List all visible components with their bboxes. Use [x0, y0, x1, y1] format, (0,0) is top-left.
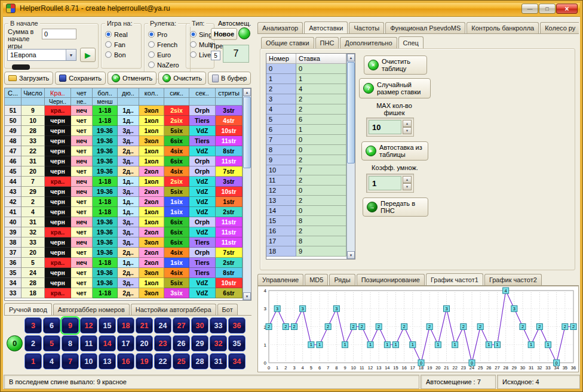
- numpad-4[interactable]: 4: [43, 353, 60, 369]
- tab-positioning[interactable]: Позиционирование: [357, 274, 425, 285]
- copy-buffer-button[interactable]: В буфер: [208, 72, 251, 85]
- tab-freq-chart-2[interactable]: График частот2: [484, 274, 542, 285]
- history-scrollbar[interactable]: ▲ ▼: [243, 88, 251, 300]
- coeff-spinner[interactable]: 1 ▲ ▼: [366, 174, 414, 193]
- bets-row[interactable]: 61: [266, 125, 346, 135]
- bets-row[interactable]: 32: [266, 94, 346, 104]
- bets-row[interactable]: 80: [266, 145, 346, 155]
- history-row[interactable]: 3932кра..чет19-363д..2кол6sixVdZ11str: [5, 227, 243, 237]
- history-row[interactable]: 422чернчет1-181д..2кол1sixVdZ1str: [5, 197, 243, 207]
- spin-down-icon[interactable]: ▼: [403, 183, 412, 190]
- history-row[interactable]: 4631черннеч19-363д..1кол6sixOrph11str: [5, 156, 243, 166]
- autobet-button[interactable]: Автоставка из таблицы: [361, 141, 428, 160]
- numpad-34[interactable]: 34: [228, 353, 246, 369]
- scroll-down-icon[interactable]: ▼: [243, 292, 251, 300]
- history-row[interactable]: 4031черннеч19-363д..1кол6sixOrph11str: [5, 217, 243, 227]
- radio-singl[interactable]: Singl: [190, 29, 213, 39]
- bets-row[interactable]: 189: [266, 246, 346, 257]
- numpad-2[interactable]: 2: [24, 335, 42, 351]
- numpad-30[interactable]: 30: [191, 317, 208, 334]
- scroll-up-icon[interactable]: ▲: [347, 54, 355, 61]
- tab-analyzer[interactable]: Анализатор: [257, 22, 303, 33]
- numpad-12[interactable]: 12: [80, 317, 97, 334]
- combo-dropdown-icon[interactable]: ▼: [66, 50, 76, 60]
- radio-euro[interactable]: Euro: [148, 50, 189, 60]
- history-row[interactable]: 3524чернчет19-362д..3кол4sixTiers8str: [5, 268, 243, 278]
- numpad-11[interactable]: 11: [80, 335, 97, 351]
- bets-row[interactable]: 24: [266, 84, 346, 94]
- bets-scroll-thumb[interactable]: [347, 62, 355, 163]
- numpad-14[interactable]: 14: [99, 335, 116, 351]
- history-row[interactable]: 3833черннеч19-363д..3кол6sixTiers11str: [5, 237, 243, 248]
- numpad-17[interactable]: 17: [117, 335, 134, 351]
- numpad-35[interactable]: 35: [228, 335, 246, 351]
- history-row[interactable]: 5010чернчет1-181д..1кол2sixTiers4str: [5, 116, 243, 126]
- bets-row[interactable]: 42: [266, 104, 346, 115]
- radio-pro[interactable]: Pro: [148, 29, 189, 39]
- bets-row[interactable]: 120: [266, 186, 346, 196]
- numpad-16[interactable]: 16: [117, 353, 134, 369]
- history-row[interactable]: 3428чернчет19-363д..1кол5sixVdZ10str: [5, 278, 243, 288]
- tab-autograbber-settings[interactable]: Настройки автограббера: [131, 304, 216, 315]
- clear-button[interactable]: Очистить: [158, 72, 206, 85]
- numpad-15[interactable]: 15: [99, 317, 116, 334]
- numpad-13[interactable]: 13: [99, 353, 116, 369]
- tab-frequencies[interactable]: Частоты: [349, 22, 384, 33]
- tab-control[interactable]: Управление: [257, 274, 303, 285]
- history-row[interactable]: 365кра..неч1-181д..2кол1sixTiers2str: [5, 258, 243, 268]
- numpad-21[interactable]: 21: [136, 317, 153, 334]
- bets-row[interactable]: 00: [266, 64, 346, 74]
- minimize-button[interactable]: —: [521, 4, 538, 14]
- bets-row[interactable]: 158: [266, 216, 346, 226]
- clear-table-button[interactable]: Очистить таблицу: [364, 55, 427, 75]
- radio-nazero[interactable]: NaZero: [148, 60, 189, 70]
- tab-number-autograbber[interactable]: Автограббер номеров: [53, 304, 130, 315]
- max-chips-spinner[interactable]: 10 ▲ ▼: [366, 118, 414, 137]
- history-row[interactable]: 447кра..неч1-181д..1кол2sixVdZ3str: [5, 177, 243, 187]
- bets-row[interactable]: 70: [266, 135, 346, 145]
- tab-psevdoms[interactable]: Функционал PsevdoMS: [385, 22, 465, 33]
- tab-rows[interactable]: Ряды: [329, 274, 355, 285]
- numpad-8[interactable]: 8: [62, 335, 79, 351]
- save-button[interactable]: Сохранить: [55, 72, 106, 85]
- tab-manual-input[interactable]: Ручной ввод: [4, 303, 52, 316]
- history-row[interactable]: 519кра..неч1-181д..3кол2sixOrph3str: [5, 106, 243, 116]
- radio-multi[interactable]: Multi: [190, 39, 213, 50]
- bets-row[interactable]: 132: [266, 196, 346, 206]
- tab-roulette-wheel[interactable]: Колесо ру: [540, 22, 579, 33]
- numpad-33[interactable]: 33: [210, 317, 227, 334]
- numpad-24[interactable]: 24: [154, 317, 171, 334]
- history-row[interactable]: 414чернчет1-181д..1кол1sixVdZ2str: [5, 207, 243, 217]
- autoshift-led-icon[interactable]: [238, 27, 250, 39]
- tab-additional[interactable]: Дополнительно: [340, 37, 397, 48]
- radio-live[interactable]: Live: [190, 50, 213, 60]
- history-row[interactable]: 4520чернчет19-362д..2кол4sixOrph7str: [5, 166, 243, 177]
- tab-spec[interactable]: Спец: [398, 36, 424, 48]
- numpad-27[interactable]: 27: [173, 317, 190, 334]
- numpad-7[interactable]: 7: [62, 353, 79, 369]
- numpad-19[interactable]: 19: [136, 353, 153, 369]
- bets-row[interactable]: 56: [266, 115, 346, 125]
- history-row[interactable]: 4722чернчет19-362д..1кол4sixVdZ8str: [5, 146, 243, 156]
- history-row[interactable]: 4833черннеч19-363д..3кол6sixTiers11str: [5, 136, 243, 146]
- radio-real[interactable]: Real: [105, 29, 140, 39]
- new-button[interactable]: Новое: [211, 28, 237, 40]
- bets-row[interactable]: 11: [266, 74, 346, 84]
- tab-freq-chart-1[interactable]: График частот1: [426, 273, 483, 286]
- numpad-22[interactable]: 22: [154, 353, 171, 369]
- numpad-23[interactable]: 23: [154, 335, 171, 351]
- numpad-6[interactable]: 6: [43, 317, 60, 334]
- bets-row[interactable]: 107: [266, 165, 346, 175]
- numpad-10[interactable]: 10: [80, 353, 97, 369]
- tab-bot[interactable]: Бот: [217, 304, 238, 315]
- maximize-button[interactable]: □: [539, 4, 556, 14]
- scroll-up-icon[interactable]: ▲: [243, 88, 251, 96]
- history-row[interactable]: 3720чернчет19-362д..2кол4sixOrph7str: [5, 248, 243, 258]
- numpad-3[interactable]: 3: [24, 317, 42, 334]
- bets-row[interactable]: 92: [266, 155, 346, 165]
- numpad-1[interactable]: 1: [24, 353, 42, 369]
- numpad-25[interactable]: 25: [173, 353, 190, 369]
- spin-up-icon[interactable]: ▲: [403, 176, 412, 183]
- radio-bon[interactable]: Bon: [105, 50, 140, 60]
- game-variant-select[interactable]: 1Европа ▼: [7, 49, 76, 61]
